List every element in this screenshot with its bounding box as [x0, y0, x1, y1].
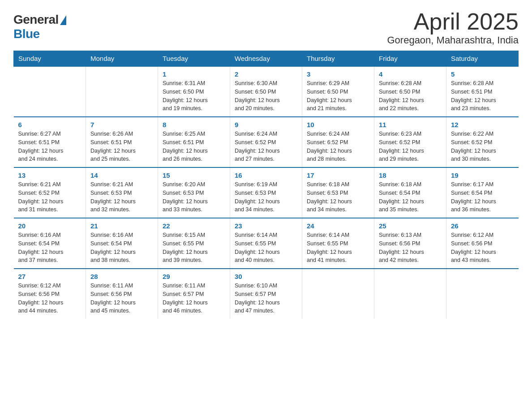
day-number: 11 [379, 121, 442, 128]
calendar-cell: 7Sunrise: 6:26 AMSunset: 6:51 PMDaylight… [86, 117, 158, 167]
calendar-cell: 21Sunrise: 6:16 AMSunset: 6:54 PMDayligh… [86, 218, 158, 269]
day-number: 13 [18, 171, 82, 179]
title-block: April 2025 Goregaon, Maharashtra, India [387, 9, 519, 46]
location-title: Goregaon, Maharashtra, India [387, 34, 519, 46]
day-info: Sunrise: 6:30 AMSunset: 6:50 PMDaylight:… [235, 79, 297, 113]
day-info: Sunrise: 6:16 AMSunset: 6:54 PMDaylight:… [18, 231, 82, 265]
day-info: Sunrise: 6:13 AMSunset: 6:56 PMDaylight:… [379, 231, 442, 265]
day-number: 19 [451, 171, 514, 179]
day-info: Sunrise: 6:21 AMSunset: 6:53 PMDaylight:… [90, 180, 153, 214]
day-number: 28 [90, 273, 153, 280]
day-info: Sunrise: 6:17 AMSunset: 6:54 PMDaylight:… [451, 180, 514, 214]
day-number: 27 [18, 273, 82, 280]
logo: General Blue [13, 13, 66, 41]
weekday-header-row: SundayMondayTuesdayWednesdayThursdayFrid… [14, 51, 519, 67]
calendar-cell [446, 269, 519, 319]
day-number: 14 [90, 171, 153, 179]
day-info: Sunrise: 6:15 AMSunset: 6:55 PMDaylight:… [163, 231, 225, 265]
calendar-cell: 11Sunrise: 6:23 AMSunset: 6:52 PMDayligh… [374, 117, 446, 167]
day-info: Sunrise: 6:14 AMSunset: 6:55 PMDaylight:… [307, 231, 369, 265]
weekday-header-monday: Monday [86, 51, 158, 67]
calendar-cell: 27Sunrise: 6:12 AMSunset: 6:56 PMDayligh… [14, 269, 86, 319]
day-number: 6 [18, 121, 82, 128]
weekday-header-sunday: Sunday [14, 51, 86, 67]
day-info: Sunrise: 6:18 AMSunset: 6:53 PMDaylight:… [307, 180, 369, 214]
calendar-cell: 14Sunrise: 6:21 AMSunset: 6:53 PMDayligh… [86, 167, 158, 218]
calendar-cell: 19Sunrise: 6:17 AMSunset: 6:54 PMDayligh… [446, 167, 519, 218]
day-info: Sunrise: 6:31 AMSunset: 6:50 PMDaylight:… [163, 79, 225, 113]
calendar-cell: 13Sunrise: 6:21 AMSunset: 6:52 PMDayligh… [14, 167, 86, 218]
day-info: Sunrise: 6:19 AMSunset: 6:53 PMDaylight:… [235, 180, 297, 214]
calendar-cell: 4Sunrise: 6:28 AMSunset: 6:50 PMDaylight… [374, 66, 446, 117]
day-info: Sunrise: 6:20 AMSunset: 6:53 PMDaylight:… [163, 180, 225, 214]
calendar-week-row: 1Sunrise: 6:31 AMSunset: 6:50 PMDaylight… [14, 66, 519, 117]
calendar-cell [14, 66, 86, 117]
calendar-cell [374, 269, 446, 319]
day-number: 3 [307, 70, 369, 78]
day-number: 30 [235, 273, 297, 280]
day-number: 15 [163, 171, 225, 179]
day-info: Sunrise: 6:22 AMSunset: 6:52 PMDaylight:… [451, 130, 514, 163]
calendar-cell: 6Sunrise: 6:27 AMSunset: 6:51 PMDaylight… [14, 117, 86, 167]
calendar-cell: 1Sunrise: 6:31 AMSunset: 6:50 PMDaylight… [158, 66, 230, 117]
day-number: 24 [307, 222, 369, 230]
day-number: 21 [90, 222, 153, 230]
calendar-cell: 24Sunrise: 6:14 AMSunset: 6:55 PMDayligh… [302, 218, 374, 269]
calendar-week-row: 20Sunrise: 6:16 AMSunset: 6:54 PMDayligh… [14, 218, 519, 269]
calendar-cell: 16Sunrise: 6:19 AMSunset: 6:53 PMDayligh… [230, 167, 302, 218]
day-number: 7 [90, 121, 153, 128]
day-info: Sunrise: 6:12 AMSunset: 6:56 PMDaylight:… [18, 282, 82, 315]
day-number: 17 [307, 171, 369, 179]
calendar-cell: 25Sunrise: 6:13 AMSunset: 6:56 PMDayligh… [374, 218, 446, 269]
calendar-body: 1Sunrise: 6:31 AMSunset: 6:50 PMDaylight… [14, 66, 519, 319]
day-number: 26 [451, 222, 514, 230]
day-number: 1 [163, 70, 225, 78]
day-number: 23 [235, 222, 297, 230]
day-number: 2 [235, 70, 297, 78]
page-header: General Blue April 2025 Goregaon, Mahara… [13, 9, 519, 46]
day-info: Sunrise: 6:10 AMSunset: 6:57 PMDaylight:… [235, 282, 297, 315]
day-info: Sunrise: 6:16 AMSunset: 6:54 PMDaylight:… [90, 231, 153, 265]
day-info: Sunrise: 6:25 AMSunset: 6:51 PMDaylight:… [163, 130, 225, 163]
calendar-header: SundayMondayTuesdayWednesdayThursdayFrid… [14, 51, 519, 67]
day-info: Sunrise: 6:14 AMSunset: 6:55 PMDaylight:… [235, 231, 297, 265]
calendar-cell: 12Sunrise: 6:22 AMSunset: 6:52 PMDayligh… [446, 117, 519, 167]
calendar-cell: 2Sunrise: 6:30 AMSunset: 6:50 PMDaylight… [230, 66, 302, 117]
calendar-cell: 3Sunrise: 6:29 AMSunset: 6:50 PMDaylight… [302, 66, 374, 117]
calendar-cell: 5Sunrise: 6:28 AMSunset: 6:51 PMDaylight… [446, 66, 519, 117]
calendar-week-row: 27Sunrise: 6:12 AMSunset: 6:56 PMDayligh… [14, 269, 519, 319]
weekday-header-friday: Friday [374, 51, 446, 67]
day-info: Sunrise: 6:23 AMSunset: 6:52 PMDaylight:… [379, 130, 442, 163]
day-info: Sunrise: 6:28 AMSunset: 6:50 PMDaylight:… [379, 79, 442, 113]
day-info: Sunrise: 6:11 AMSunset: 6:57 PMDaylight:… [163, 282, 225, 315]
logo-blue-text: Blue [13, 27, 40, 41]
calendar-cell: 8Sunrise: 6:25 AMSunset: 6:51 PMDaylight… [158, 117, 230, 167]
day-info: Sunrise: 6:24 AMSunset: 6:52 PMDaylight:… [307, 130, 369, 163]
logo-triangle-icon [60, 15, 66, 25]
day-number: 8 [163, 121, 225, 128]
month-title: April 2025 [387, 9, 519, 34]
day-number: 29 [163, 273, 225, 280]
day-info: Sunrise: 6:12 AMSunset: 6:56 PMDaylight:… [451, 231, 514, 265]
day-number: 10 [307, 121, 369, 128]
day-info: Sunrise: 6:27 AMSunset: 6:51 PMDaylight:… [18, 130, 82, 163]
day-number: 4 [379, 70, 442, 78]
day-number: 16 [235, 171, 297, 179]
weekday-header-thursday: Thursday [302, 51, 374, 67]
day-number: 12 [451, 121, 514, 128]
day-number: 25 [379, 222, 442, 230]
calendar-table: SundayMondayTuesdayWednesdayThursdayFrid… [13, 51, 519, 319]
weekday-header-saturday: Saturday [446, 51, 519, 67]
calendar-cell: 23Sunrise: 6:14 AMSunset: 6:55 PMDayligh… [230, 218, 302, 269]
calendar-cell: 28Sunrise: 6:11 AMSunset: 6:56 PMDayligh… [86, 269, 158, 319]
calendar-cell: 10Sunrise: 6:24 AMSunset: 6:52 PMDayligh… [302, 117, 374, 167]
calendar-cell: 15Sunrise: 6:20 AMSunset: 6:53 PMDayligh… [158, 167, 230, 218]
calendar-cell: 9Sunrise: 6:24 AMSunset: 6:52 PMDaylight… [230, 117, 302, 167]
day-info: Sunrise: 6:11 AMSunset: 6:56 PMDaylight:… [90, 282, 153, 315]
day-number: 20 [18, 222, 82, 230]
day-number: 9 [235, 121, 297, 128]
day-number: 22 [163, 222, 225, 230]
day-info: Sunrise: 6:24 AMSunset: 6:52 PMDaylight:… [235, 130, 297, 163]
calendar-week-row: 6Sunrise: 6:27 AMSunset: 6:51 PMDaylight… [14, 117, 519, 167]
calendar-cell: 29Sunrise: 6:11 AMSunset: 6:57 PMDayligh… [158, 269, 230, 319]
